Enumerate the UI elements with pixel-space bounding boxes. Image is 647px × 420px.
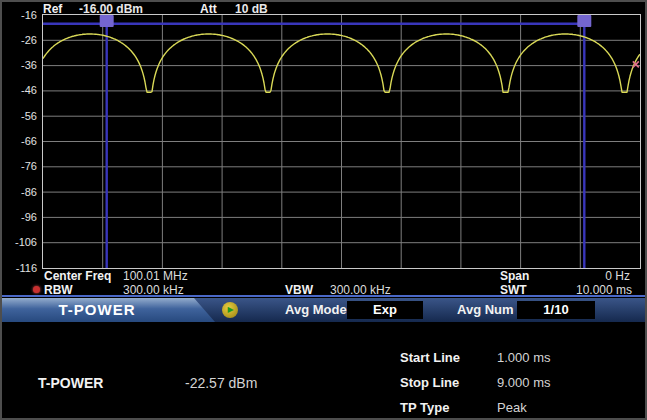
spectrum-analyzer-screen: Ref -16.00 dBm Att 10 dB -16-26-36-46-56… [0,0,647,420]
avg-num-label: Avg Num [457,302,514,317]
y-axis: -16-26-36-46-56-66-76-86-96-106-116 [2,2,39,272]
avg-num-value-box[interactable]: 1/10 [517,301,595,319]
y-axis-label: -96 [21,211,37,224]
y-axis-label: -106 [15,236,37,249]
center-freq-label: Center Freq [44,269,111,283]
setting-row-label: Start Line [400,350,460,365]
center-freq-value: 100.01 MHz [123,269,188,283]
setting-row-value: 9.000 ms [497,375,550,390]
y-axis-label: -16 [21,9,37,22]
setting-row-label: Stop Line [400,375,459,390]
trace-plot [43,15,640,268]
span-value: 0 Hz [605,269,630,283]
y-axis-label: -46 [21,84,37,97]
trace-display [42,14,641,269]
function-bar: T-POWER ▶ Avg Mode Exp Avg Num 1/10 [2,298,645,322]
measurement-name: T-POWER [38,375,103,391]
setting-row-label: TP Type [400,400,449,415]
y-axis-label: -116 [16,262,37,275]
setting-row-value: 1.000 ms [497,350,550,365]
measurement-value: -22.57 dBm [185,375,257,391]
divider-line [2,295,645,297]
start-line-handle[interactable] [100,15,114,27]
y-axis-label: -36 [21,59,37,72]
span-label: Span [500,269,529,283]
y-axis-label: -66 [21,135,37,148]
setting-row-value: Peak [497,400,527,415]
uncal-indicator-icon [33,286,40,293]
stop-line-handle[interactable] [577,15,591,27]
y-axis-label: -86 [21,186,37,199]
play-triangle-glyph: ▶ [227,306,233,314]
function-bar-title: T-POWER [12,301,182,318]
y-axis-label: -76 [21,160,37,173]
avg-mode-label: Avg Mode [285,302,347,317]
play-icon[interactable]: ▶ [222,302,238,318]
y-axis-label: -26 [21,34,37,47]
avg-mode-value-box[interactable]: Exp [347,301,423,319]
y-axis-label: -56 [21,110,37,123]
